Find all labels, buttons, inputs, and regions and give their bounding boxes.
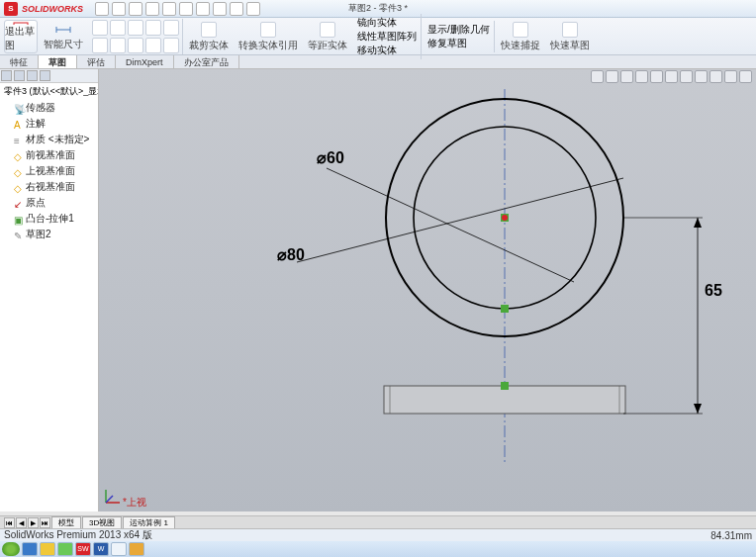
- tab-dimxpert[interactable]: DimXpert: [116, 55, 174, 68]
- ellipse-tool[interactable]: [128, 38, 143, 53]
- sheet-last-icon[interactable]: ⏭: [40, 517, 50, 528]
- qat-redo-icon[interactable]: [179, 2, 193, 16]
- ft-tab4-icon[interactable]: [40, 70, 50, 81]
- line-tool[interactable]: [92, 20, 108, 36]
- fillet-tool[interactable]: [145, 38, 161, 53]
- ft-right-plane[interactable]: ◇右视基准面: [0, 179, 98, 195]
- ft-origin[interactable]: ↙原点: [0, 195, 98, 211]
- svg-rect-8: [384, 386, 625, 414]
- dim-dia80[interactable]: ⌀80: [277, 245, 305, 264]
- linear-pattern-button[interactable]: 线性草图阵列: [357, 30, 417, 44]
- dim-dia60[interactable]: ⌀60: [317, 148, 344, 167]
- smart-dim-button[interactable]: 智能尺寸: [40, 22, 87, 51]
- ft-top-plane[interactable]: ◇上视基准面: [0, 163, 98, 179]
- spline-tool[interactable]: [163, 20, 179, 36]
- sketch-entities-group: [89, 19, 183, 54]
- feature-tree-toolbar: [0, 69, 98, 83]
- graphics-viewport[interactable]: ⌀60 ⌀80 65 *上视: [99, 69, 756, 511]
- ft-root-node[interactable]: 零件3 (默认<<默认>_显示状态: [0, 83, 98, 100]
- tab-evaluate[interactable]: 评估: [77, 55, 116, 68]
- circle-tool[interactable]: [128, 20, 143, 36]
- qat-print-icon[interactable]: [145, 2, 159, 16]
- ft-front-plane[interactable]: ◇前视基准面: [0, 147, 98, 163]
- ft-material[interactable]: ≡材质 <未指定>: [0, 132, 98, 147]
- qat-search-icon[interactable]: [246, 2, 260, 16]
- tb-solidworks-icon[interactable]: SW: [75, 542, 91, 556]
- polygon-tool[interactable]: [110, 38, 126, 53]
- plane-icon: ◇: [14, 151, 23, 160]
- feature-tree-panel: 零件3 (默认<<默认>_显示状态 📡传感器 A注解 ≡材质 <未指定> ◇前视…: [0, 69, 99, 511]
- annotation-icon: A: [14, 120, 23, 129]
- status-version: SolidWorks Premium 2013 x64 版: [4, 528, 152, 542]
- svg-rect-7: [501, 305, 509, 313]
- convert-button[interactable]: 转换实体引用: [235, 21, 302, 52]
- windows-taskbar: SW W: [0, 541, 756, 557]
- sheet-model[interactable]: 模型: [51, 516, 81, 528]
- arc-tool[interactable]: [145, 20, 161, 36]
- tb-browser-icon[interactable]: [22, 542, 38, 556]
- text-tool[interactable]: [163, 38, 179, 53]
- qat-open-icon[interactable]: [112, 2, 126, 16]
- trim-button[interactable]: 裁剪实体: [185, 21, 233, 52]
- repair-sketch-button[interactable]: 修复草图: [427, 37, 490, 50]
- svg-marker-15: [694, 218, 702, 228]
- ft-tab2-icon[interactable]: [14, 70, 25, 81]
- tb-app5-icon[interactable]: [111, 542, 127, 556]
- sensor-icon: 📡: [14, 104, 23, 113]
- mirror-button[interactable]: 镜向实体: [357, 16, 417, 30]
- dimension-icon: [54, 22, 72, 38]
- qat-new-icon[interactable]: [95, 2, 109, 16]
- ft-tab3-icon[interactable]: [27, 70, 38, 81]
- rect-tool[interactable]: [110, 20, 126, 36]
- dim-height[interactable]: 65: [705, 282, 722, 300]
- ft-sketch2[interactable]: ✎草图2: [0, 227, 98, 242]
- relations-group: 显示/删除几何 修复草图: [424, 21, 495, 52]
- qat-rebuild-icon[interactable]: [196, 2, 210, 16]
- svg-line-4: [327, 168, 574, 282]
- material-icon: ≡: [14, 136, 23, 144]
- offset-button[interactable]: 等距实体: [304, 21, 351, 52]
- tab-sketch[interactable]: 草图: [39, 55, 77, 68]
- qat-save-icon[interactable]: [129, 2, 142, 16]
- status-measure: 84.31mm: [710, 530, 752, 541]
- convert-icon: [260, 22, 276, 38]
- document-title: 草图2 - 零件3 *: [348, 2, 408, 15]
- ft-tab1-icon[interactable]: [1, 70, 12, 81]
- qat-help-icon[interactable]: [230, 2, 243, 16]
- snap-icon: [513, 22, 528, 38]
- ft-extrude[interactable]: ▣凸台-拉伸1: [0, 211, 98, 227]
- sheet-next-icon[interactable]: ▶: [28, 517, 39, 528]
- show-relations-button[interactable]: 显示/删除几何: [427, 23, 490, 37]
- sheet-prev-icon[interactable]: ◀: [16, 517, 27, 528]
- exit-sketch-button[interactable]: 退出草图: [4, 20, 38, 53]
- svg-rect-11: [501, 382, 509, 390]
- ft-sensors[interactable]: 📡传感器: [0, 100, 98, 116]
- tb-explorer-icon[interactable]: [40, 542, 55, 556]
- exit-sketch-label: 退出草图: [5, 25, 37, 52]
- quick-snap-button[interactable]: 快速捕捉: [497, 21, 544, 52]
- sheet-motion[interactable]: 运动算例 1: [123, 516, 175, 528]
- ft-annotations[interactable]: A注解: [0, 116, 98, 132]
- tb-app3-icon[interactable]: [57, 542, 73, 556]
- tb-word-icon[interactable]: W: [93, 542, 109, 556]
- qat-undo-icon[interactable]: [162, 2, 176, 16]
- sheet-3d[interactable]: 3D视图: [82, 516, 122, 528]
- pattern-group: 镜向实体 线性草图阵列 移动实体: [353, 14, 422, 59]
- start-button-icon[interactable]: [2, 542, 20, 556]
- svg-line-19: [106, 496, 113, 503]
- tab-features[interactable]: 特征: [0, 55, 39, 68]
- view-orientation-label: *上视: [123, 496, 146, 510]
- app-brand: SOLIDWORKS: [22, 4, 83, 14]
- sketch-icon: ✎: [14, 231, 23, 239]
- slot-tool[interactable]: [92, 38, 108, 53]
- sheet-tabs: ⏮ ◀ ▶ ⏭ 模型 3D视图 运动算例 1: [0, 515, 756, 528]
- rapid-sketch-button[interactable]: 快速草图: [546, 21, 594, 52]
- tb-app6-icon[interactable]: [129, 542, 144, 556]
- sheet-first-icon[interactable]: ⏮: [4, 517, 15, 528]
- qat-options-icon[interactable]: [213, 2, 227, 16]
- main-area: 零件3 (默认<<默认>_显示状态 📡传感器 A注解 ≡材质 <未指定> ◇前视…: [0, 69, 756, 511]
- move-button[interactable]: 移动实体: [357, 44, 417, 57]
- plane-icon: ◇: [14, 167, 23, 176]
- tab-office[interactable]: 办公室产品: [174, 55, 239, 68]
- origin-point-icon: [502, 215, 508, 221]
